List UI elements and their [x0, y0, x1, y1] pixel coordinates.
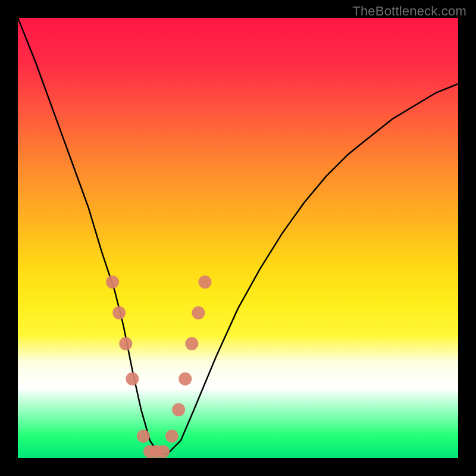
bottleneck-curve: [18, 18, 458, 454]
marker-point: [112, 306, 126, 320]
marker-point: [165, 430, 178, 443]
marker-point: [156, 445, 170, 458]
marker-point: [172, 403, 185, 416]
plot-area: [18, 18, 458, 458]
marker-point: [126, 372, 139, 386]
bottleneck-curve-path: [18, 18, 458, 454]
marker-point: [192, 306, 205, 320]
marker-point: [137, 430, 150, 443]
highlighted-points: [106, 275, 211, 458]
marker-point: [185, 337, 198, 350]
watermark-text: TheBottleneck.com: [352, 4, 466, 19]
marker-point: [119, 337, 132, 350]
marker-point: [199, 275, 212, 289]
chart-svg: [18, 18, 458, 458]
marker-point: [178, 372, 192, 386]
marker-point: [106, 275, 119, 289]
chart-frame: TheBottleneck.com: [0, 0, 476, 476]
